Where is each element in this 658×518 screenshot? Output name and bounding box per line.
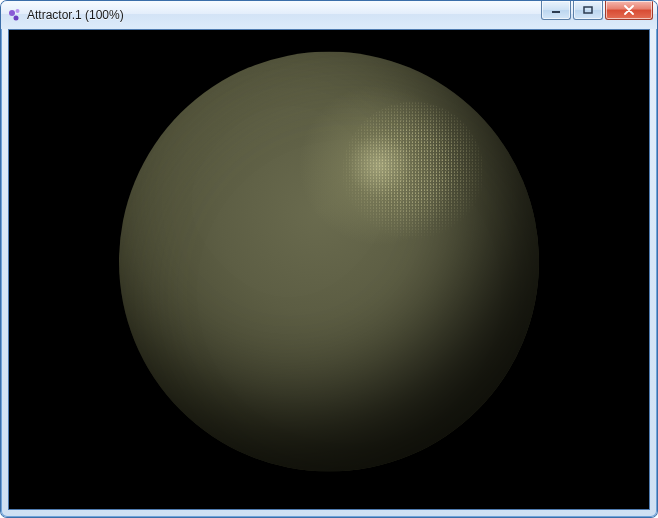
svg-rect-4 xyxy=(584,7,592,13)
maximize-icon xyxy=(583,6,593,14)
close-button[interactable] xyxy=(605,1,653,20)
app-icon xyxy=(7,7,23,23)
window-frame: Attractor.1 (100%) xyxy=(1,1,657,517)
svg-rect-3 xyxy=(552,11,560,13)
client-area xyxy=(8,29,650,510)
titlebar[interactable]: Attractor.1 (100%) xyxy=(1,1,657,29)
svg-point-0 xyxy=(9,10,15,16)
minimize-button[interactable] xyxy=(541,1,571,20)
render-viewport[interactable] xyxy=(9,30,649,509)
rendered-sphere xyxy=(119,51,539,471)
close-icon xyxy=(623,5,635,15)
svg-point-2 xyxy=(14,16,19,21)
maximize-button[interactable] xyxy=(573,1,603,20)
minimize-icon xyxy=(551,6,561,14)
svg-point-1 xyxy=(16,9,20,13)
window-title: Attractor.1 (100%) xyxy=(27,8,124,22)
window-controls xyxy=(541,1,653,20)
